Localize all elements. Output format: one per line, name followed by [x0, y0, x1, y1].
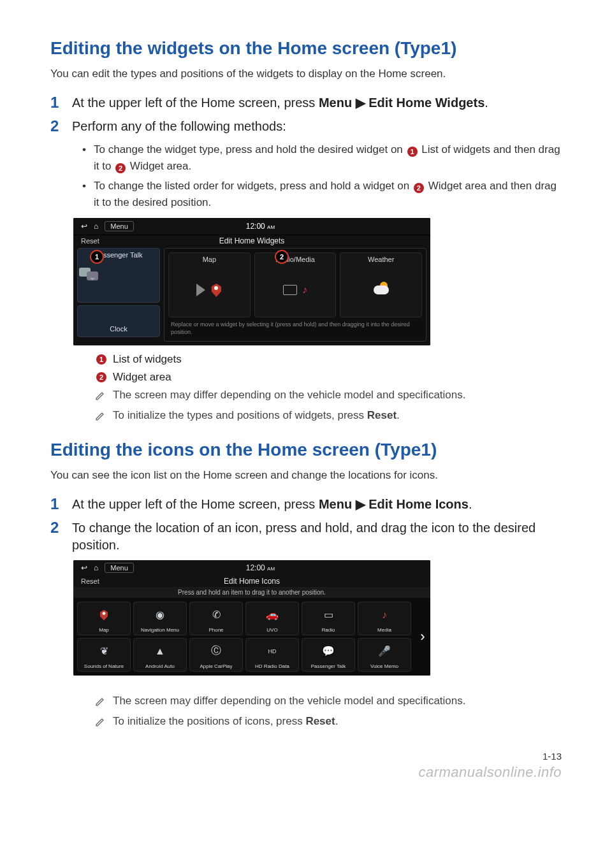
- s1-bullet2: To change the listed order for widgets, …: [82, 178, 562, 210]
- map-pin-icon: [210, 283, 222, 297]
- tile-label: Android Auto: [145, 663, 175, 669]
- icon-tile-map[interactable]: Map: [77, 602, 131, 635]
- next-page-button[interactable]: ›: [415, 598, 430, 676]
- leaf-icon: ❦: [100, 639, 108, 663]
- section1-note2: To initialize the types and positions of…: [95, 409, 562, 422]
- screenshot-edit-icons: ↩ ⌂ Menu 12:00 AM Reset Edit Home Icons …: [73, 560, 430, 676]
- menu-button[interactable]: Menu: [105, 563, 134, 573]
- callout-badge-1: 1: [90, 250, 104, 264]
- section2-note2: To initialize the positions of icons, pr…: [95, 715, 562, 728]
- section2-step1: 1 At the upper left of the Home screen, …: [50, 496, 562, 513]
- s2-note2-pre: To initialize the positions of icons, pr…: [113, 715, 305, 727]
- icon-grid: Map ◉Navigation Menu ✆Phone 🚗UVO ▭Radio …: [73, 598, 415, 676]
- s2-step1-post: .: [469, 497, 472, 511]
- section2-heading: Editing the icons on the Home screen (Ty…: [50, 440, 562, 460]
- s1-b1-pre: To change the widget type, press and hol…: [94, 143, 406, 156]
- legend-badge-1: 1: [96, 354, 106, 365]
- note-text: The screen may differ depending on the v…: [113, 389, 465, 401]
- hd-icon: HD: [268, 639, 277, 663]
- section1-step2: 2 Perform any of the following methods:: [50, 118, 562, 135]
- legend-text-1: List of widgets: [113, 353, 182, 366]
- tile-label: Phone: [208, 627, 223, 633]
- legend-text-2: Widget area: [113, 371, 171, 384]
- icon-tile-voice-memo[interactable]: 🎤Voice Memo: [358, 638, 411, 672]
- icon-tile-nav-menu[interactable]: ◉Navigation Menu: [133, 602, 187, 635]
- icon-tile-uvo[interactable]: 🚗UVO: [245, 602, 299, 635]
- widget-weather[interactable]: Weather: [340, 252, 422, 317]
- pencil-icon: [95, 391, 105, 401]
- pencil-icon: [95, 411, 105, 421]
- pencil-icon: [95, 717, 105, 727]
- icon-tile-phone[interactable]: ✆Phone: [189, 602, 243, 635]
- watermark: carmanualsonline.info: [418, 764, 562, 781]
- icon-tile-passenger-talk[interactable]: 💬Passenger Talk: [302, 638, 355, 672]
- phone-icon: ✆: [212, 602, 221, 627]
- section1-step1: 1 At the upper left of the Home screen, …: [50, 94, 562, 112]
- section1-intro: You can edit the types and positions of …: [50, 68, 562, 80]
- tile-label: Media: [377, 627, 391, 633]
- legend-row-1: 1 List of widgets: [95, 353, 562, 366]
- reset-button-shot1[interactable]: Reset: [81, 237, 99, 245]
- tile-label: Map: [99, 627, 109, 633]
- step-number-1: 1: [50, 94, 63, 112]
- android-auto-icon: ▲: [155, 639, 165, 663]
- reset-button-shot2[interactable]: Reset: [81, 577, 99, 585]
- tile-label: UVO: [266, 627, 277, 633]
- back-icon[interactable]: ↩: [81, 222, 87, 231]
- clock-display: 12:00 AM: [140, 563, 381, 572]
- icon-tile-hd-radio[interactable]: HDHD Radio Data: [245, 638, 299, 672]
- shot1-help-text: Replace or move a widget by selecting it…: [168, 317, 422, 337]
- s1-b1-post: Widget area.: [127, 160, 191, 172]
- shot2-help-text: Press and hold an item to drag it to ano…: [73, 587, 430, 598]
- home-icon[interactable]: ⌂: [94, 563, 98, 572]
- section2-step2: 2 To change the location of an icon, pre…: [50, 519, 562, 554]
- widget-map[interactable]: Map: [168, 252, 251, 317]
- step-number-1b: 1: [50, 496, 63, 513]
- widget-list-item-clock[interactable]: Clock: [77, 305, 160, 337]
- widget-label: Map: [203, 256, 216, 263]
- icon-tile-media[interactable]: ♪Media: [358, 602, 411, 635]
- screenshot-edit-widgets: ↩ ⌂ Menu 12:00 AM Reset Edit Home Widget…: [73, 218, 430, 345]
- section2-intro: You can see the icon list on the Home sc…: [50, 469, 562, 482]
- s1-b2-pre: To change the listed order for widgets, …: [94, 180, 412, 192]
- s1-step1-bold: Menu ▶ Edit Home Widgets: [319, 96, 484, 110]
- step-number-2: 2: [50, 118, 63, 135]
- icon-tile-android-auto[interactable]: ▲Android Auto: [133, 638, 187, 672]
- tile-label: Sounds of Nature: [84, 663, 124, 669]
- compass-icon: ◉: [156, 602, 164, 627]
- icon-tile-radio[interactable]: ▭Radio: [302, 602, 355, 635]
- shot2-title: Edit Home Icons: [73, 575, 430, 587]
- chat-icon: 💬: [322, 639, 335, 663]
- car-icon: 🚗: [266, 602, 279, 627]
- carplay-icon: Ⓒ: [211, 639, 221, 663]
- mic-icon: 🎤: [378, 639, 391, 663]
- note2-pre: To initialize the types and positions of…: [113, 409, 367, 421]
- back-icon[interactable]: ↩: [81, 563, 87, 572]
- chevron-right-icon: ›: [420, 628, 425, 645]
- pencil-icon: [95, 697, 105, 707]
- note-text: The screen may differ depending on the v…: [113, 695, 465, 707]
- callout-1-inline: 1: [407, 147, 418, 157]
- icon-tile-sounds-nature[interactable]: ❦Sounds of Nature: [77, 638, 131, 672]
- s2-note2-bold: Reset: [305, 715, 335, 727]
- icon-tile-carplay[interactable]: ⒸApple CarPlay: [189, 638, 243, 672]
- tile-label: HD Radio Data: [255, 663, 289, 669]
- section1-bullets: To change the widget type, press and hol…: [50, 141, 562, 210]
- widget-radio-media[interactable]: Radio/Media ♪: [254, 252, 337, 317]
- home-icon[interactable]: ⌂: [94, 222, 98, 231]
- widget-area[interactable]: Map Radio/Media ♪ Weather Replace or mov…: [164, 248, 426, 342]
- radio-icon: [283, 285, 297, 295]
- legend-badge-2: 2: [96, 372, 106, 382]
- s1-step2-body: Perform any of the following methods:: [72, 118, 562, 135]
- legend-row-2: 2 Widget area: [95, 371, 562, 384]
- section2-note1: The screen may differ depending on the v…: [95, 695, 562, 707]
- radio-icon: ▭: [324, 602, 333, 627]
- weather-icon: [374, 286, 389, 294]
- s2-step1-bold: Menu ▶ Edit Home Icons: [319, 497, 469, 511]
- arrow-right-icon: [196, 284, 205, 296]
- menu-button[interactable]: Menu: [105, 221, 134, 231]
- note2-bold: Reset: [367, 409, 397, 421]
- chat-icon: [79, 268, 158, 280]
- s1-step1-post: .: [484, 96, 488, 110]
- s1-bullet1: To change the widget type, press and hol…: [82, 141, 562, 174]
